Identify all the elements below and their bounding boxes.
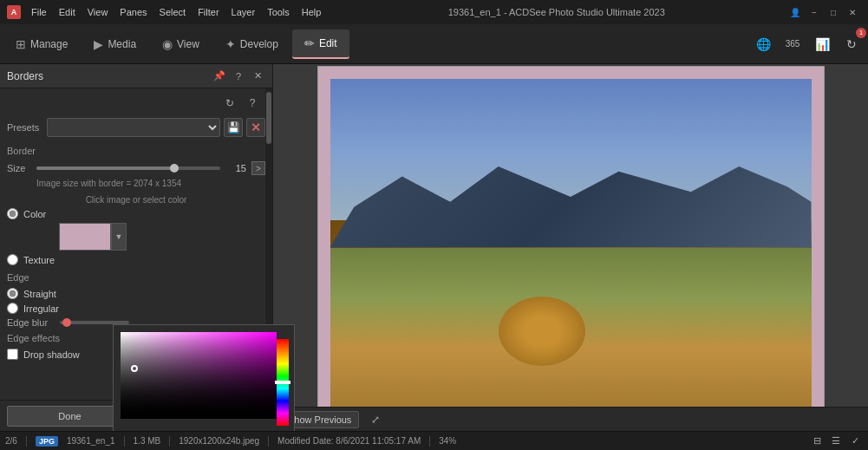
status-divider-3	[169, 436, 170, 447]
texture-radio[interactable]	[7, 254, 18, 265]
status-divider-5	[429, 436, 430, 447]
straight-radio[interactable]	[7, 288, 18, 299]
color-swatch[interactable]	[59, 223, 111, 251]
image-area: Show Previous ⤢	[273, 64, 868, 431]
straight-radio-row: Straight	[7, 288, 265, 299]
tab-develop[interactable]: ✦ Develop	[213, 29, 290, 59]
close-button[interactable]: ✕	[844, 5, 861, 19]
minimize-button[interactable]: −	[806, 5, 823, 19]
color-dropdown-button[interactable]: ▼	[111, 223, 127, 251]
color-gradient[interactable]	[121, 332, 277, 419]
size-value: 15	[225, 163, 246, 173]
media-icon: ▶	[94, 37, 103, 51]
menu-select[interactable]: Select	[154, 5, 192, 19]
refresh-button[interactable]: ↻ 1	[839, 31, 865, 57]
profile-icon[interactable]: 👤	[786, 5, 804, 19]
app-icon: A	[7, 5, 21, 19]
title-bar: A File Edit View Panes Select Filter Lay…	[0, 0, 868, 24]
status-filesize: 1.3 MB	[134, 436, 161, 446]
menu-edit[interactable]: Edit	[54, 5, 81, 19]
list-view-button[interactable]: ☰	[828, 434, 844, 449]
image-bottom-bar: Show Previous ⤢	[273, 407, 868, 431]
pin-button[interactable]: 📌	[212, 68, 227, 84]
color-section: Click image or select color Color ▼ Text…	[7, 195, 265, 265]
texture-radio-row: Texture	[7, 254, 265, 265]
window-controls: 👤 − □ ✕	[786, 5, 861, 19]
color-radio[interactable]	[7, 208, 18, 219]
tab-view-label: View	[177, 38, 199, 50]
fullscreen-button[interactable]: ⤢	[366, 410, 385, 429]
tab-media[interactable]: ▶ Media	[82, 29, 148, 59]
edge-blur-label: Edge blur	[7, 317, 55, 328]
drop-shadow-label: Drop shadow	[23, 349, 80, 360]
menu-layer[interactable]: Layer	[226, 5, 261, 19]
grid-view-button[interactable]: ⊟	[809, 434, 825, 449]
texture-radio-label: Texture	[23, 255, 55, 265]
preset-save-button[interactable]: 💾	[224, 118, 243, 137]
presets-select[interactable]	[47, 118, 220, 137]
color-radio-label: Color	[23, 209, 46, 219]
help-icon[interactable]: ?	[243, 94, 262, 113]
color-swatch-row: ▼	[59, 223, 265, 251]
chart-button[interactable]: 📊	[809, 31, 835, 57]
tab-media-label: Media	[108, 38, 136, 50]
preset-delete-button[interactable]: ✕	[246, 118, 265, 137]
status-divider-4	[268, 436, 269, 447]
tab-edit[interactable]: ✏ Edit	[292, 29, 349, 59]
menu-filter[interactable]: Filter	[193, 5, 224, 19]
panel-top-icons: ↻ ?	[7, 94, 265, 113]
help-button[interactable]: ?	[231, 68, 246, 84]
tab-view[interactable]: ◉ View	[150, 29, 212, 59]
image-mat	[317, 66, 825, 430]
color-hue-bar[interactable]	[277, 339, 289, 426]
panel-title: Borders	[7, 70, 208, 82]
presets-row: Presets 💾 ✕	[7, 118, 265, 137]
straight-radio-label: Straight	[23, 289, 56, 299]
365-button[interactable]: 365	[780, 31, 806, 57]
maximize-button[interactable]: □	[825, 5, 842, 19]
size-label: Size	[7, 163, 31, 173]
menu-panes[interactable]: Panes	[114, 5, 152, 19]
tab-manage[interactable]: ⊞ Manage	[3, 29, 80, 59]
hue-indicator	[275, 381, 290, 384]
tab-edit-label: Edit	[319, 37, 337, 49]
globe-button[interactable]: 🌐	[750, 31, 776, 57]
status-dimensions: 1920x1200x24b.jpeg	[179, 436, 259, 446]
size-slider[interactable]	[36, 166, 220, 170]
size-expand-button[interactable]: >	[251, 161, 265, 175]
photo-background	[330, 79, 812, 417]
checkmark-button[interactable]: ✓	[847, 434, 863, 449]
tab-manage-label: Manage	[30, 38, 68, 50]
file-format-badge: JPG	[36, 436, 58, 447]
menu-file[interactable]: File	[26, 5, 52, 19]
panel-header: Borders 📌 ? ✕	[0, 64, 272, 88]
irregular-radio-row: Irregular	[7, 303, 265, 314]
edge-section-label: Edge	[7, 272, 265, 283]
menu-help[interactable]: Help	[297, 5, 327, 19]
menu-tools[interactable]: Tools	[262, 5, 295, 19]
click-color-label: Click image or select color	[7, 195, 265, 205]
menu-bar: File Edit View Panes Select Filter Layer…	[26, 5, 326, 19]
edit-icon: ✏	[304, 36, 315, 50]
size-row: Size 15 >	[7, 161, 265, 175]
color-radio-row: Color	[7, 208, 265, 219]
irregular-radio[interactable]	[7, 303, 18, 314]
color-crosshair	[131, 365, 138, 372]
menu-view[interactable]: View	[82, 5, 114, 19]
status-right-icons: ⊟ ☰ ✓	[809, 434, 863, 449]
scrollbar-thumb[interactable]	[266, 92, 271, 144]
nav-bar: ⊞ Manage ▶ Media ◉ View ✦ Develop ✏ Edit…	[0, 24, 868, 64]
refresh-icon[interactable]: ↻	[220, 94, 239, 113]
color-picker-popup	[113, 324, 295, 431]
panel-close-button[interactable]: ✕	[250, 68, 265, 84]
image-container	[317, 66, 825, 430]
develop-icon: ✦	[225, 37, 236, 51]
main-area: Borders 📌 ? ✕ ↻ ? Presets 💾 ✕ Border	[0, 64, 868, 431]
color-picker-area	[114, 332, 296, 431]
drop-shadow-checkbox[interactable]	[7, 349, 18, 360]
window-title: 19361_en_1 - ACDSee Photo Studio Ultimat…	[331, 7, 781, 17]
image-size-text: Image size with border = 2074 x 1354	[7, 179, 265, 188]
edge-section: Edge Straight Irregular Edge blur	[7, 272, 265, 328]
status-divider-2	[124, 436, 125, 447]
photo-haybale	[499, 297, 585, 366]
